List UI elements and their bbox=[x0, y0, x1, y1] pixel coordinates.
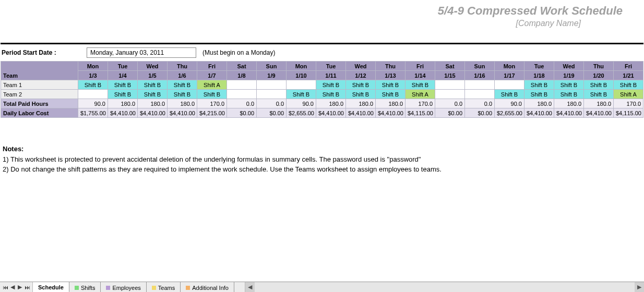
shift-cell[interactable]: Shift B bbox=[584, 90, 614, 99]
shift-cell[interactable]: Shift B bbox=[406, 80, 435, 90]
shift-cell[interactable]: Shift B bbox=[376, 80, 406, 90]
day-header: Mon bbox=[287, 62, 316, 71]
hours-cell: 0.0 bbox=[227, 99, 257, 108]
tab-schedule[interactable]: Schedule bbox=[33, 282, 69, 292]
day-header: Fri bbox=[614, 62, 643, 71]
shift-cell[interactable] bbox=[465, 90, 495, 99]
date-header: 1/13 bbox=[376, 71, 406, 80]
hours-cell: 0.0 bbox=[435, 99, 465, 108]
shift-cell[interactable]: Shift B bbox=[138, 90, 168, 99]
notes-section: Notes: 1) This worksheet is protected to… bbox=[3, 144, 641, 175]
shift-cell[interactable] bbox=[465, 80, 495, 90]
date-header: 1/20 bbox=[584, 71, 614, 80]
hours-cell: 180.0 bbox=[584, 99, 614, 108]
cost-cell: $4,410.00 bbox=[108, 108, 138, 118]
team1-row: Team 1 Shift B Shift B Shift B Shift B S… bbox=[1, 80, 643, 90]
tab-label: Teams bbox=[158, 285, 175, 291]
shift-cell[interactable]: Shift B bbox=[554, 80, 584, 90]
shift-cell[interactable]: Shift B bbox=[316, 90, 346, 99]
date-header: 1/18 bbox=[524, 71, 554, 80]
date-header: 1/6 bbox=[168, 71, 197, 80]
total-hours-row: Total Paid Hours 90.0 180.0 180.0 180.0 … bbox=[1, 99, 643, 108]
date-header: 1/3 bbox=[78, 71, 108, 80]
nav-first-icon[interactable]: ⏮ bbox=[2, 284, 8, 290]
shift-cell[interactable]: Shift B bbox=[584, 80, 614, 90]
cost-cell: $4,410.00 bbox=[168, 108, 197, 118]
shift-cell[interactable]: Shift A bbox=[197, 80, 227, 90]
day-header: Mon bbox=[78, 62, 108, 71]
hours-cell: 170.0 bbox=[406, 99, 435, 108]
shift-cell[interactable]: Shift B bbox=[108, 90, 138, 99]
shift-cell[interactable]: Shift B bbox=[554, 90, 584, 99]
notes-line: 1) This worksheet is protected to preven… bbox=[3, 154, 641, 165]
shift-cell[interactable]: Shift B bbox=[346, 90, 376, 99]
shift-cell[interactable]: Shift B bbox=[168, 80, 197, 90]
shift-cell[interactable]: Shift B bbox=[78, 80, 108, 90]
horizontal-scrollbar[interactable]: ◀ ▶ bbox=[245, 282, 644, 292]
notes-line: 2) Do not change the shift patterns as t… bbox=[3, 164, 641, 175]
shift-cell[interactable]: Shift B bbox=[495, 90, 524, 99]
shift-cell[interactable]: Shift B bbox=[524, 90, 554, 99]
hours-cell: 90.0 bbox=[495, 99, 524, 108]
shift-cell[interactable]: Shift B bbox=[108, 80, 138, 90]
nav-prev-icon[interactable]: ◀ bbox=[9, 284, 16, 290]
tab-label: Shifts bbox=[81, 285, 96, 291]
shift-cell[interactable] bbox=[257, 80, 287, 90]
hours-cell: 180.0 bbox=[346, 99, 376, 108]
shift-cell[interactable]: Shift B bbox=[614, 80, 643, 90]
scroll-left-icon[interactable]: ◀ bbox=[245, 282, 255, 292]
tab-nav: ⏮ ◀ ▶ ⏭ bbox=[0, 282, 33, 292]
shift-cell[interactable]: Shift B bbox=[138, 80, 168, 90]
shift-cell[interactable]: Shift B bbox=[168, 90, 197, 99]
date-header: 1/17 bbox=[495, 71, 524, 80]
shift-cell[interactable]: Shift B bbox=[287, 90, 316, 99]
shift-cell[interactable]: Shift B bbox=[524, 80, 554, 90]
day-header: Fri bbox=[406, 62, 435, 71]
hours-cell: 90.0 bbox=[78, 99, 108, 108]
shift-cell[interactable] bbox=[227, 80, 257, 90]
shift-cell[interactable] bbox=[495, 80, 524, 90]
cost-cell: $4,115.00 bbox=[406, 108, 435, 118]
shift-cell[interactable] bbox=[435, 90, 465, 99]
tab-teams[interactable]: Teams bbox=[147, 282, 181, 292]
shift-cell[interactable]: Shift A bbox=[614, 90, 643, 99]
hours-cell: 180.0 bbox=[168, 99, 197, 108]
cost-cell: $4,115.00 bbox=[614, 108, 643, 118]
hours-cell: 170.0 bbox=[614, 99, 643, 108]
shift-cell[interactable] bbox=[435, 80, 465, 90]
date-header: 1/8 bbox=[227, 71, 257, 80]
hours-cell: 180.0 bbox=[554, 99, 584, 108]
shift-cell[interactable] bbox=[227, 90, 257, 99]
cost-cell: $0.00 bbox=[465, 108, 495, 118]
day-header: Sat bbox=[227, 62, 257, 71]
company-placeholder: [Company Name] bbox=[516, 19, 581, 28]
cost-cell: $4,410.00 bbox=[584, 108, 614, 118]
shift-cell[interactable]: Shift B bbox=[376, 90, 406, 99]
tab-employees[interactable]: Employees bbox=[101, 282, 146, 292]
day-header: Wed bbox=[138, 62, 168, 71]
scroll-right-icon[interactable]: ▶ bbox=[635, 282, 644, 292]
shift-cell[interactable]: Shift B bbox=[316, 80, 346, 90]
nav-last-icon[interactable]: ⏭ bbox=[24, 284, 30, 290]
total-hours-label: Total Paid Hours bbox=[1, 99, 78, 108]
team2-row: Team 2 Shift B Shift B Shift B Shift B S… bbox=[1, 90, 643, 99]
tab-additional-info[interactable]: Additional Info bbox=[181, 282, 234, 292]
nav-next-icon[interactable]: ▶ bbox=[17, 284, 23, 290]
period-start-input[interactable] bbox=[87, 47, 196, 58]
tab-shifts[interactable]: Shifts bbox=[69, 282, 101, 292]
day-header: Tue bbox=[524, 62, 554, 71]
shift-cell[interactable]: Shift B bbox=[197, 90, 227, 99]
shift-cell[interactable] bbox=[78, 90, 108, 99]
tab-label: Employees bbox=[112, 285, 140, 291]
tab-label: Additional Info bbox=[192, 285, 229, 291]
header-row-date: 1/3 1/4 1/5 1/6 1/7 1/8 1/9 1/10 1/11 1/… bbox=[1, 71, 643, 80]
shift-cell[interactable] bbox=[257, 90, 287, 99]
shift-cell[interactable] bbox=[287, 80, 316, 90]
header-row-day: Team Mon Tue Wed Thu Fri Sat Sun Mon Tue… bbox=[1, 62, 643, 71]
day-header: Sun bbox=[465, 62, 495, 71]
header: 5/4-9 Compressed Work Schedule [Company … bbox=[1, 0, 643, 44]
shift-cell[interactable]: Shift B bbox=[346, 80, 376, 90]
date-header: 1/12 bbox=[346, 71, 376, 80]
day-header: Mon bbox=[495, 62, 524, 71]
shift-cell[interactable]: Shift A bbox=[406, 90, 435, 99]
